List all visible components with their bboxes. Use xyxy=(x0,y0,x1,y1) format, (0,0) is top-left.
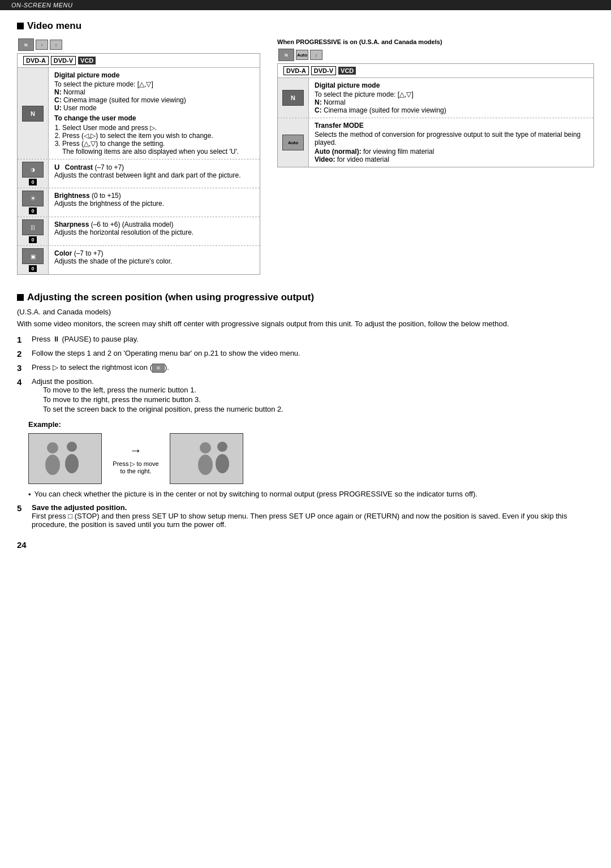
right-column: When PROGRESSIVE is on (U.S.A. and Canad… xyxy=(277,38,594,275)
change-step-3: Press (△,▽) to change the setting.The fo… xyxy=(62,140,254,156)
step-2: 2 Follow the steps 1 and 2 on 'Operating… xyxy=(17,349,594,359)
digital-icon-cell: N xyxy=(18,68,49,159)
change-step-1: Select User mode and press ▷. xyxy=(62,124,254,132)
persons-after-svg xyxy=(173,435,240,482)
digital-line4: U: User mode xyxy=(54,104,254,112)
digital-line3: C: Cinema image (suited for movie viewin… xyxy=(54,96,254,104)
step-5-detail: First press □ (STOP) and then press SET … xyxy=(32,512,594,529)
color-content-cell: Color (–7 to +7) Adjusts the shade of th… xyxy=(49,246,260,274)
video-menu-title: Video menu xyxy=(17,20,594,32)
example-row: → Press ▷ to move to the right. xyxy=(28,433,594,484)
color-title-line: Color (–7 to +7) xyxy=(54,249,254,257)
svg-point-8 xyxy=(217,442,227,452)
dvd-a-label: DVD-A xyxy=(23,56,49,65)
sub-step-2: To move to the right, press the numeric … xyxy=(43,395,594,404)
adjusting-intro: With some video monitors, the screen may… xyxy=(17,319,594,328)
example-before-figure xyxy=(28,433,102,484)
right-digital-content: Digital picture mode To select the pictu… xyxy=(309,78,593,118)
brightness-icon-cell: ☀ 0 xyxy=(18,188,49,217)
brightness-icon: ☀ xyxy=(22,191,44,206)
step-5-content: Save the adjusted position. First press … xyxy=(32,503,594,529)
sharpness-content-cell: Sharpness (–6 to +6) (Australia model) A… xyxy=(49,217,260,245)
screen-icon-digital: N xyxy=(22,106,44,122)
svg-point-3 xyxy=(67,442,77,452)
svg-point-1 xyxy=(47,442,58,454)
sharpness-range: (–6 to +6) (Australia model) xyxy=(91,221,174,228)
sharpness-icon-cell: ||| 0 xyxy=(18,217,49,245)
right-digital-icon-cell: N xyxy=(278,78,309,118)
page-number: 24 xyxy=(17,540,594,550)
right-top-icon3: ↕ xyxy=(310,50,322,60)
right-dvd-a: DVD-A xyxy=(283,66,309,75)
left-column: N ↑ ↕ DVD-A DVD-V xyxy=(17,38,260,275)
step-1-text: Press ⏸ (PAUSE) to pause play. xyxy=(32,335,139,343)
contrast-desc: Adjusts the contrast between light and d… xyxy=(54,171,254,179)
bullet-dot: • xyxy=(28,490,31,499)
progressive-label: When PROGRESSIVE is on (U.S.A. and Canad… xyxy=(277,38,594,45)
step-3-num: 3 xyxy=(17,363,27,373)
sharpness-icon: ||| xyxy=(22,219,44,235)
right-vcd: VCD xyxy=(338,67,356,75)
step-4: 4 Adjust the position. To move to the le… xyxy=(17,377,594,414)
example-img-after xyxy=(170,433,243,484)
step-1-num: 1 xyxy=(17,335,27,344)
dvd-v-label: DVD-V xyxy=(51,56,76,65)
left-header-row: DVD-A DVD-V VCD xyxy=(18,54,260,68)
adjusting-title: Adjusting the screen position (when usin… xyxy=(17,292,594,303)
color-num-badge: 0 xyxy=(29,265,36,272)
top-icon-small1: ↑ xyxy=(36,40,48,50)
persons-before-svg xyxy=(31,435,99,482)
transfer-icon-cell: Auto xyxy=(278,118,309,167)
adjusting-title-text: Adjusting the screen position (when usin… xyxy=(27,292,314,303)
digital-icon-wrapper: N xyxy=(22,106,44,122)
change-step-2: Press (◁,▷) to select the item you wish … xyxy=(62,132,254,140)
svg-point-7 xyxy=(198,455,213,475)
step-4-text: Adjust the position. xyxy=(32,377,594,386)
right-header-row: DVD-A DVD-V VCD xyxy=(278,64,593,78)
transfer-row: Auto Transfer MODE Selects the method of… xyxy=(278,118,593,167)
right-top-icon2: Auto xyxy=(296,50,308,60)
color-title: Color xyxy=(54,249,72,257)
step-1-content: Press ⏸ (PAUSE) to pause play. xyxy=(32,335,594,343)
top-icon-small2: ↕ xyxy=(50,40,62,50)
right-digital-line1: To select the picture mode: [△,▽] xyxy=(315,90,588,98)
step-3: 3 Press ▷ to select the rightmost icon (… xyxy=(17,363,594,373)
example-label: Example: xyxy=(28,420,594,429)
step-2-num: 2 xyxy=(17,349,27,359)
brightness-content-cell: Brightness (0 to +15) Adjusts the bright… xyxy=(49,188,260,217)
contrast-num-badge: 0 xyxy=(29,179,36,185)
sharpness-title-line: Sharpness (–6 to +6) (Australia model) xyxy=(54,221,254,228)
bullet-note: • You can check whether the picture is i… xyxy=(28,490,594,499)
transfer-line2: Auto (normal): for viewing film material xyxy=(315,148,588,156)
digital-picture-row: N Digital picture mode To select the pic… xyxy=(18,68,260,159)
color-icon-cell: ▣ 0 xyxy=(18,246,49,274)
contrast-icon-cell: ◑ 0 xyxy=(18,159,49,188)
right-digital-title: Digital picture mode xyxy=(315,81,588,89)
main-content: Video menu N ↑ ↕ xyxy=(0,10,611,567)
example-section: Example: xyxy=(28,420,594,499)
bullet-text: You can check whether the picture is in … xyxy=(35,490,477,499)
transfer-line1: Selects the method of conversion for pro… xyxy=(315,131,588,146)
svg-point-9 xyxy=(216,454,229,473)
step-4-content: Adjust the position. To move to the left… xyxy=(32,377,594,414)
right-dvd-v: DVD-V xyxy=(311,66,336,75)
right-menu-table: DVD-A DVD-V VCD N Digital picture mode xyxy=(277,63,594,167)
contrast-range: (–7 to +7) xyxy=(94,163,124,171)
contrast-row: ◑ 0 U Contrast (–7 to +7) Adjusts the co… xyxy=(18,159,260,188)
video-menu-title-text: Video menu xyxy=(27,20,81,32)
right-digital-line3: C: Cinema image (suited for movie viewin… xyxy=(315,106,588,114)
right-screen-icon: N xyxy=(282,90,304,106)
step-2-text: Follow the steps 1 and 2 on 'Operating m… xyxy=(32,349,300,357)
contrast-icon-wrapper: ◑ 0 xyxy=(22,162,44,185)
step-1: 1 Press ⏸ (PAUSE) to pause play. xyxy=(17,335,594,344)
digital-line2: N: Normal xyxy=(54,88,254,96)
top-icon-screen1: N xyxy=(18,38,34,51)
sharpness-icon-wrapper: ||| 0 xyxy=(22,219,44,243)
step-5-num: 5 xyxy=(17,503,27,513)
sub-step-3: To set the screen back to the original p… xyxy=(43,405,594,413)
step-5-text: Save the adjusted position. xyxy=(32,503,594,512)
video-menu-columns: N ↑ ↕ DVD-A DVD-V xyxy=(17,38,594,275)
contrast-title-line: U Contrast (–7 to +7) xyxy=(54,163,254,171)
contrast-content-cell: U Contrast (–7 to +7) Adjusts the contra… xyxy=(49,159,260,188)
svg-rect-0 xyxy=(31,435,99,482)
